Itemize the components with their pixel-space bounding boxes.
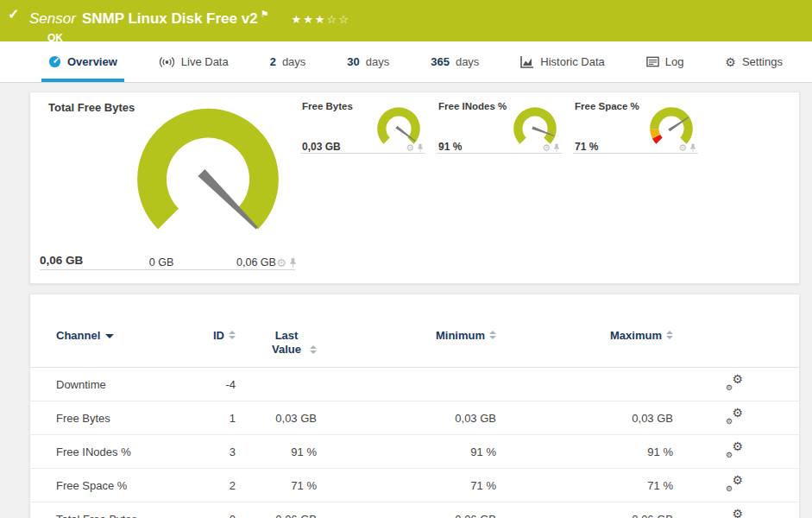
- sort-icon: [666, 331, 673, 339]
- channel-gear-icon[interactable]: ⚙: [678, 143, 687, 153]
- tab-log[interactable]: Log: [639, 41, 691, 82]
- pin-icon[interactable]: [553, 143, 560, 153]
- tab-number: 30: [347, 55, 359, 68]
- channel-minimum: [317, 368, 496, 401]
- log-icon: [646, 56, 659, 67]
- channel-last-value: 91 %: [236, 435, 317, 469]
- tab-bar: Overview Live Data 2 days 30 days 365 da…: [0, 41, 812, 83]
- live-data-icon: [159, 56, 175, 68]
- channel-id: 1: [177, 401, 236, 435]
- sensor-status-badge: OK: [47, 32, 812, 44]
- channel-settings-gears-icon[interactable]: ⚙⚙: [726, 376, 743, 390]
- object-kind-label: Sensor: [29, 10, 76, 27]
- gauge-value: 91 %: [438, 141, 462, 153]
- channels-table-panel: Channel ID Last Value Minimum Maximum: [29, 294, 800, 518]
- gauge-title: Total Free Bytes: [48, 101, 135, 114]
- free-bytes-gauge-block: Free Bytes 0,03 GB ⚙: [300, 99, 425, 160]
- channel-gear-icon[interactable]: ⚙: [276, 257, 286, 268]
- channel-maximum: 0,06 GB: [496, 502, 673, 518]
- column-header-maximum[interactable]: Maximum: [496, 324, 673, 368]
- gauge-icon: [48, 55, 61, 68]
- tab-label: Live Data: [181, 55, 229, 68]
- gauge-value: 0,03 GB: [302, 141, 341, 153]
- channel-settings-gears-icon[interactable]: ⚙⚙: [726, 443, 743, 458]
- mini-gauges: Free Bytes 0,03 GB ⚙ Free INodes % 91 % …: [300, 99, 709, 276]
- tab-historic-data[interactable]: Historic Data: [513, 41, 611, 82]
- page-content: Total Free Bytes 0 GB 0,06 GB 0,06 GB ⚙ …: [0, 83, 812, 518]
- priority-stars[interactable]: ★★★☆☆: [292, 13, 350, 26]
- column-header-minimum[interactable]: Minimum: [317, 324, 496, 368]
- channel-maximum: [496, 368, 673, 401]
- channel-id: 0: [177, 502, 236, 518]
- channel-minimum: 0,06 GB: [317, 502, 496, 518]
- channel-last-value: 71 %: [236, 469, 317, 502]
- flag-icon[interactable]: ⚑: [261, 9, 269, 19]
- settings-gear-icon: ⚙: [725, 55, 736, 69]
- table-header-row: Channel ID Last Value Minimum Maximum: [30, 324, 799, 368]
- channel-last-value: 0,03 GB: [236, 401, 317, 435]
- tab-number: 2: [270, 55, 276, 68]
- column-header-channel[interactable]: Channel: [30, 324, 177, 368]
- tab-label: Settings: [742, 55, 783, 68]
- gauge-underline: [300, 153, 425, 154]
- channel-name: Free INodes %: [30, 435, 177, 469]
- tab-2-days[interactable]: 2 days: [263, 41, 313, 82]
- pin-icon[interactable]: [417, 143, 424, 153]
- tab-label: days: [456, 55, 479, 68]
- pin-icon[interactable]: [689, 143, 696, 153]
- gauge-value: 0,06 GB: [40, 254, 83, 267]
- gauge-axis-max-label: 0,06 GB: [236, 256, 276, 268]
- channel-minimum: 0,03 GB: [317, 401, 496, 435]
- gauge-title: Free INodes %: [438, 101, 507, 111]
- free-inodes-gauge-block: Free INodes % 91 % ⚙: [437, 99, 562, 160]
- total-free-bytes-gauge-block: Total Free Bytes 0 GB 0,06 GB 0,06 GB ⚙: [40, 99, 299, 276]
- channel-maximum: 71 %: [496, 469, 673, 502]
- tab-settings[interactable]: ⚙ Settings: [718, 41, 790, 82]
- channel-minimum: 71 %: [317, 469, 496, 502]
- gauge-underline: [437, 153, 562, 154]
- table-row: Free Bytes10,03 GB0,03 GB0,03 GB⚙⚙: [30, 401, 799, 435]
- table-row: Total Free Bytes00,06 GB0,06 GB0,06 GB⚙⚙: [30, 502, 799, 518]
- tab-label: Historic Data: [540, 55, 604, 68]
- channel-maximum: 0,03 GB: [496, 401, 673, 435]
- gauge-title: Free Bytes: [302, 101, 353, 111]
- tab-365-days[interactable]: 365 days: [424, 41, 486, 82]
- channel-id: 3: [177, 435, 236, 469]
- sort-caret-icon: [105, 334, 114, 338]
- tab-live-data[interactable]: Live Data: [152, 41, 236, 82]
- channel-gear-icon[interactable]: ⚙: [542, 143, 551, 153]
- channel-minimum: 91 %: [317, 435, 496, 469]
- channel-settings-gears-icon[interactable]: ⚙⚙: [726, 510, 743, 518]
- channels-table: Channel ID Last Value Minimum Maximum: [30, 324, 799, 518]
- gauges-panel: Total Free Bytes 0 GB 0,06 GB 0,06 GB ⚙ …: [29, 92, 800, 284]
- total-free-bytes-gauge: [131, 99, 285, 253]
- gauge-underline: [40, 269, 295, 270]
- historic-data-chart-icon: [520, 56, 534, 68]
- channel-name: Downtime: [30, 368, 177, 401]
- channel-id: -4: [177, 368, 236, 401]
- pin-icon[interactable]: [289, 257, 297, 268]
- tab-overview[interactable]: Overview: [41, 41, 124, 82]
- sensor-header: ✓ SensorSNMP Linux Disk Free v2⚑★★★☆☆ OK: [0, 0, 812, 41]
- table-row: Downtime-4⚙⚙: [30, 368, 799, 401]
- tab-label: days: [366, 55, 389, 68]
- channel-id: 2: [177, 469, 236, 502]
- channel-last-value: [236, 368, 317, 401]
- sensor-title: SNMP Linux Disk Free v2: [82, 10, 258, 27]
- tab-30-days[interactable]: 30 days: [340, 41, 396, 82]
- free-space-gauge-block: Free Space % 71 % ⚙: [573, 99, 698, 160]
- channel-last-value: 0,06 GB: [236, 502, 317, 518]
- gauge-axis-min-label: 0 GB: [149, 256, 174, 268]
- sort-icon: [229, 331, 236, 339]
- channel-gear-icon[interactable]: ⚙: [406, 143, 414, 153]
- channel-settings-gears-icon[interactable]: ⚙⚙: [726, 477, 743, 491]
- channel-name: Free Bytes: [30, 401, 177, 435]
- gauge-title: Free Space %: [575, 101, 639, 111]
- column-header-id[interactable]: ID: [177, 324, 236, 368]
- sort-icon: [310, 345, 317, 354]
- column-header-last-value[interactable]: Last Value: [236, 324, 317, 368]
- channel-settings-gears-icon[interactable]: ⚙⚙: [726, 409, 743, 424]
- tab-label: Overview: [67, 55, 117, 68]
- gauge-underline: [573, 153, 698, 154]
- tab-number: 365: [431, 55, 450, 68]
